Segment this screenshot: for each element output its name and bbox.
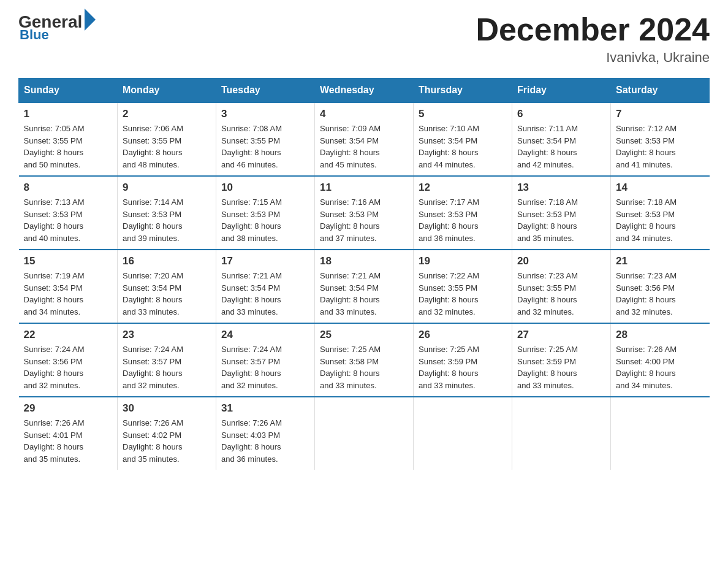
header-sunday: Sunday — [19, 79, 118, 103]
day-number: 19 — [419, 255, 507, 267]
day-number: 11 — [320, 182, 408, 194]
header-thursday: Thursday — [414, 79, 512, 103]
day-number: 27 — [517, 329, 605, 341]
day-number: 9 — [123, 182, 211, 194]
day-info: Sunrise: 7:23 AMSunset: 3:56 PMDaylight:… — [616, 270, 705, 318]
calendar-cell: 20 Sunrise: 7:23 AMSunset: 3:55 PMDaylig… — [512, 250, 611, 323]
day-info: Sunrise: 7:08 AMSunset: 3:55 PMDaylight:… — [221, 123, 309, 170]
calendar-cell: 24 Sunrise: 7:24 AMSunset: 3:57 PMDaylig… — [216, 323, 315, 397]
day-info: Sunrise: 7:24 AMSunset: 3:57 PMDaylight:… — [123, 343, 211, 391]
header-friday: Friday — [512, 79, 611, 103]
calendar-cell — [611, 397, 710, 470]
page-header: General Blue December 2024 Ivanivka, Ukr… — [18, 12, 710, 66]
location: Ivanivka, Ukraine — [476, 50, 710, 66]
day-info: Sunrise: 7:20 AMSunset: 3:54 PMDaylight:… — [123, 270, 211, 318]
calendar-cell: 11 Sunrise: 7:16 AMSunset: 3:53 PMDaylig… — [315, 176, 414, 250]
calendar-cell: 7 Sunrise: 7:12 AMSunset: 3:53 PMDayligh… — [611, 102, 710, 176]
calendar-cell: 10 Sunrise: 7:15 AMSunset: 3:53 PMDaylig… — [216, 176, 315, 250]
day-number: 8 — [24, 182, 113, 194]
day-number: 25 — [320, 329, 408, 341]
day-number: 15 — [24, 255, 113, 267]
day-number: 14 — [616, 182, 705, 194]
day-number: 2 — [123, 108, 211, 120]
day-info: Sunrise: 7:06 AMSunset: 3:55 PMDaylight:… — [123, 123, 211, 170]
header-monday: Monday — [118, 79, 216, 103]
calendar-cell: 4 Sunrise: 7:09 AMSunset: 3:54 PMDayligh… — [315, 102, 414, 176]
logo-blue-text: Blue — [20, 27, 49, 43]
day-info: Sunrise: 7:09 AMSunset: 3:54 PMDaylight:… — [320, 123, 408, 170]
calendar-cell: 16 Sunrise: 7:20 AMSunset: 3:54 PMDaylig… — [118, 250, 216, 323]
day-info: Sunrise: 7:21 AMSunset: 3:54 PMDaylight:… — [221, 270, 309, 318]
day-number: 24 — [221, 329, 309, 341]
day-number: 3 — [221, 108, 309, 120]
calendar-cell — [315, 397, 414, 470]
calendar-cell: 6 Sunrise: 7:11 AMSunset: 3:54 PMDayligh… — [512, 102, 611, 176]
header-tuesday: Tuesday — [216, 79, 315, 103]
day-number: 20 — [517, 255, 605, 267]
calendar-cell — [512, 397, 611, 470]
header-saturday: Saturday — [611, 79, 710, 103]
day-info: Sunrise: 7:16 AMSunset: 3:53 PMDaylight:… — [320, 196, 408, 244]
day-info: Sunrise: 7:24 AMSunset: 3:57 PMDaylight:… — [221, 343, 309, 391]
day-number: 16 — [123, 255, 211, 267]
day-info: Sunrise: 7:18 AMSunset: 3:53 PMDaylight:… — [616, 196, 705, 244]
day-number: 13 — [517, 182, 605, 194]
day-info: Sunrise: 7:12 AMSunset: 3:53 PMDaylight:… — [616, 123, 705, 170]
month-title: December 2024 — [476, 12, 710, 47]
calendar-cell: 1 Sunrise: 7:05 AMSunset: 3:55 PMDayligh… — [19, 102, 118, 176]
calendar-cell — [414, 397, 512, 470]
day-info: Sunrise: 7:25 AMSunset: 3:58 PMDaylight:… — [320, 343, 408, 391]
calendar-cell: 29 Sunrise: 7:26 AMSunset: 4:01 PMDaylig… — [19, 397, 118, 470]
calendar-cell: 12 Sunrise: 7:17 AMSunset: 3:53 PMDaylig… — [414, 176, 512, 250]
day-info: Sunrise: 7:25 AMSunset: 3:59 PMDaylight:… — [517, 343, 605, 391]
day-info: Sunrise: 7:10 AMSunset: 3:54 PMDaylight:… — [419, 123, 507, 170]
day-info: Sunrise: 7:26 AMSunset: 4:02 PMDaylight:… — [123, 417, 211, 465]
calendar-cell: 3 Sunrise: 7:08 AMSunset: 3:55 PMDayligh… — [216, 102, 315, 176]
calendar-cell: 2 Sunrise: 7:06 AMSunset: 3:55 PMDayligh… — [118, 102, 216, 176]
calendar-week-5: 29 Sunrise: 7:26 AMSunset: 4:01 PMDaylig… — [19, 397, 710, 470]
calendar-table: SundayMondayTuesdayWednesdayThursdayFrid… — [18, 78, 710, 470]
day-info: Sunrise: 7:26 AMSunset: 4:00 PMDaylight:… — [616, 343, 705, 391]
calendar-week-1: 1 Sunrise: 7:05 AMSunset: 3:55 PMDayligh… — [19, 102, 710, 176]
day-info: Sunrise: 7:24 AMSunset: 3:56 PMDaylight:… — [24, 343, 113, 391]
calendar-cell: 30 Sunrise: 7:26 AMSunset: 4:02 PMDaylig… — [118, 397, 216, 470]
calendar-cell: 14 Sunrise: 7:18 AMSunset: 3:53 PMDaylig… — [611, 176, 710, 250]
day-info: Sunrise: 7:17 AMSunset: 3:53 PMDaylight:… — [419, 196, 507, 244]
calendar-cell: 15 Sunrise: 7:19 AMSunset: 3:54 PMDaylig… — [19, 250, 118, 323]
calendar-cell: 22 Sunrise: 7:24 AMSunset: 3:56 PMDaylig… — [19, 323, 118, 397]
day-number: 5 — [419, 108, 507, 120]
day-info: Sunrise: 7:25 AMSunset: 3:59 PMDaylight:… — [419, 343, 507, 391]
day-number: 4 — [320, 108, 408, 120]
day-number: 22 — [24, 329, 113, 341]
calendar-cell: 9 Sunrise: 7:14 AMSunset: 3:53 PMDayligh… — [118, 176, 216, 250]
day-info: Sunrise: 7:15 AMSunset: 3:53 PMDaylight:… — [221, 196, 309, 244]
calendar-week-4: 22 Sunrise: 7:24 AMSunset: 3:56 PMDaylig… — [19, 323, 710, 397]
logo: General Blue — [18, 12, 96, 43]
day-number: 30 — [123, 402, 211, 415]
day-number: 12 — [419, 182, 507, 194]
header-wednesday: Wednesday — [315, 79, 414, 103]
calendar-cell: 21 Sunrise: 7:23 AMSunset: 3:56 PMDaylig… — [611, 250, 710, 323]
logo-triangle-icon — [85, 9, 96, 31]
day-info: Sunrise: 7:23 AMSunset: 3:55 PMDaylight:… — [517, 270, 605, 318]
day-info: Sunrise: 7:21 AMSunset: 3:54 PMDaylight:… — [320, 270, 408, 318]
calendar-cell: 23 Sunrise: 7:24 AMSunset: 3:57 PMDaylig… — [118, 323, 216, 397]
day-info: Sunrise: 7:18 AMSunset: 3:53 PMDaylight:… — [517, 196, 605, 244]
calendar-header-row: SundayMondayTuesdayWednesdayThursdayFrid… — [19, 79, 710, 103]
calendar-week-2: 8 Sunrise: 7:13 AMSunset: 3:53 PMDayligh… — [19, 176, 710, 250]
calendar-cell: 18 Sunrise: 7:21 AMSunset: 3:54 PMDaylig… — [315, 250, 414, 323]
day-info: Sunrise: 7:19 AMSunset: 3:54 PMDaylight:… — [24, 270, 113, 318]
calendar-cell: 27 Sunrise: 7:25 AMSunset: 3:59 PMDaylig… — [512, 323, 611, 397]
calendar-cell: 31 Sunrise: 7:26 AMSunset: 4:03 PMDaylig… — [216, 397, 315, 470]
day-number: 28 — [616, 329, 705, 341]
day-info: Sunrise: 7:26 AMSunset: 4:01 PMDaylight:… — [24, 417, 113, 465]
day-number: 21 — [616, 255, 705, 267]
day-number: 29 — [24, 402, 113, 415]
day-number: 7 — [616, 108, 705, 120]
day-info: Sunrise: 7:26 AMSunset: 4:03 PMDaylight:… — [221, 417, 309, 465]
day-number: 17 — [221, 255, 309, 267]
calendar-cell: 25 Sunrise: 7:25 AMSunset: 3:58 PMDaylig… — [315, 323, 414, 397]
day-number: 31 — [221, 402, 309, 415]
calendar-cell: 8 Sunrise: 7:13 AMSunset: 3:53 PMDayligh… — [19, 176, 118, 250]
day-info: Sunrise: 7:05 AMSunset: 3:55 PMDaylight:… — [24, 123, 113, 170]
